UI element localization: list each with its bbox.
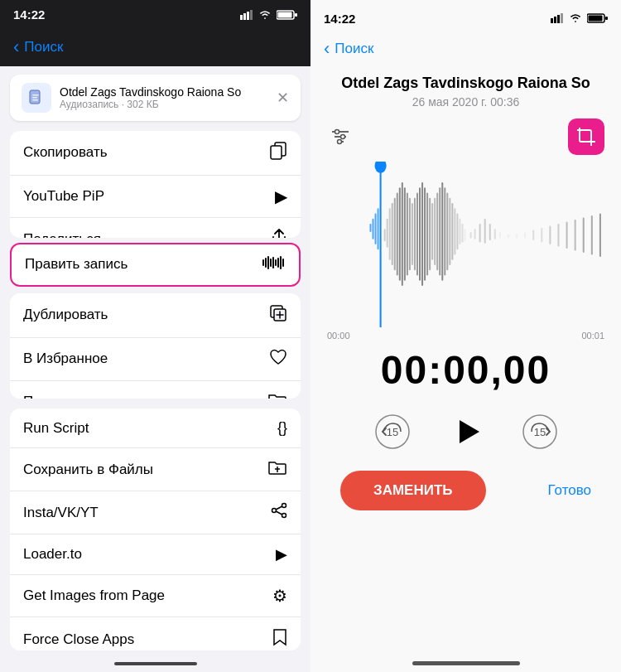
braces-icon: {} <box>277 419 287 437</box>
home-indicator-right <box>412 661 520 665</box>
svg-point-44 <box>341 135 345 139</box>
forward-15-button[interactable]: 15 <box>522 413 558 450</box>
svg-rect-85 <box>454 208 455 254</box>
svg-rect-70 <box>416 193 418 276</box>
favorites-label: В Избранное <box>23 351 108 367</box>
svg-rect-35 <box>557 15 560 23</box>
menu-item-loader[interactable]: Loader.to ▶ <box>10 534 301 575</box>
right-signal-icon <box>551 13 564 23</box>
svg-rect-63 <box>399 187 401 281</box>
svg-rect-76 <box>431 203 433 260</box>
rewind-15-button[interactable]: 15 <box>374 413 411 450</box>
bookmark-icon <box>272 628 287 650</box>
svg-rect-19 <box>277 258 279 268</box>
svg-rect-79 <box>439 187 440 275</box>
menu-item-insta-vk-yt[interactable]: Insta/VK/YT <box>10 491 301 534</box>
get-images-label: Get Images from Page <box>23 587 165 604</box>
right-content: Otdel Zags Tavdinskogo Raiona So 26 мая … <box>310 68 621 655</box>
svg-rect-90 <box>470 232 472 239</box>
save-files-label: Сохранить в Файлы <box>23 462 153 478</box>
svg-point-56 <box>375 162 387 173</box>
force-close-label: Force Close Apps <box>23 631 134 648</box>
file-card: Otdel Zags Tavdinskogo Raiona So Аудиоза… <box>10 75 301 121</box>
svg-rect-62 <box>397 193 398 276</box>
svg-rect-96 <box>499 232 501 239</box>
share2-icon <box>271 502 287 523</box>
right-wifi-icon <box>569 13 582 23</box>
action-row: ЗАМЕНИТЬ Готово <box>324 471 608 510</box>
file-card-left: Otdel Zags Tavdinskogo Raiona So Аудиоза… <box>22 83 241 113</box>
svg-point-43 <box>335 130 339 134</box>
svg-rect-9 <box>32 97 37 99</box>
left-search-bar[interactable]: ‹ Поиск <box>0 30 310 66</box>
left-panel: 14:22 ‹ Поиск <box>0 0 310 672</box>
gear-icon: ⚙ <box>272 586 287 606</box>
svg-rect-68 <box>412 203 413 265</box>
duplicate-label: Дублировать <box>23 307 108 323</box>
waveform-toolbar <box>324 118 608 155</box>
youtube-pip-label: YouTube PiP <box>23 188 104 205</box>
menu-item-youtube-pip[interactable]: YouTube PiP ▶ <box>10 176 301 218</box>
menu-item-save-files[interactable]: Сохранить в Файлы <box>10 448 301 491</box>
recording-title: Otdel Zags Tavdinskogo Raiona So <box>341 75 590 92</box>
crop-button[interactable] <box>568 118 604 155</box>
play-button[interactable] <box>444 409 489 454</box>
svg-rect-57 <box>384 229 386 241</box>
audio-file-icon <box>28 89 45 106</box>
menu-item-duplicate[interactable]: Дублировать <box>10 293 301 338</box>
left-status-icons <box>240 10 297 20</box>
svg-rect-97 <box>508 234 509 239</box>
menu-item-run-script[interactable]: Run Script {} <box>10 409 301 448</box>
svg-rect-101 <box>541 228 542 243</box>
svg-rect-64 <box>402 182 403 286</box>
time-label-end: 00:01 <box>581 331 604 341</box>
save-folder-icon <box>267 459 287 480</box>
svg-rect-75 <box>429 198 431 271</box>
waveform-svg <box>324 162 608 327</box>
svg-rect-52 <box>373 219 374 239</box>
svg-rect-21 <box>282 259 284 267</box>
waveform-area <box>324 162 608 327</box>
battery-icon <box>277 10 297 20</box>
svg-rect-33 <box>551 18 553 23</box>
svg-rect-39 <box>605 17 608 20</box>
loader-play-icon: ▶ <box>276 545 287 563</box>
svg-rect-38 <box>589 16 603 22</box>
time-labels: 00:00 00:01 <box>324 331 608 341</box>
right-status-icons <box>551 13 608 23</box>
svg-rect-87 <box>459 219 460 244</box>
svg-rect-0 <box>240 15 243 20</box>
right-search-label: Поиск <box>335 41 373 57</box>
svg-rect-92 <box>479 224 481 243</box>
svg-rect-65 <box>404 187 406 281</box>
copy-icon <box>269 142 287 164</box>
done-button[interactable]: Готово <box>548 482 592 499</box>
replace-button[interactable]: ЗАМЕНИТЬ <box>340 471 486 510</box>
svg-rect-108 <box>599 214 601 258</box>
menu-item-share[interactable]: Поделиться <box>10 218 301 238</box>
waveform-icon <box>262 255 286 274</box>
menu-item-move-folder[interactable]: Переместить в папку <box>10 381 301 399</box>
svg-rect-58 <box>387 219 388 248</box>
svg-line-32 <box>276 511 282 515</box>
close-button[interactable]: ✕ <box>277 89 289 107</box>
svg-rect-81 <box>444 187 445 275</box>
menu-item-edit-recording[interactable]: Править запись <box>10 243 301 287</box>
svg-rect-2 <box>247 12 249 20</box>
svg-rect-15 <box>267 256 269 269</box>
menu-item-get-images[interactable]: Get Images from Page ⚙ <box>10 575 301 617</box>
edit-recording-row[interactable]: Править запись <box>12 244 299 285</box>
svg-rect-94 <box>489 224 491 240</box>
menu-item-favorites[interactable]: В Избранное <box>10 338 301 381</box>
svg-rect-34 <box>554 17 556 23</box>
right-panel: 14:22 ‹ Поиск Otdel <box>310 0 621 672</box>
right-search-bar[interactable]: ‹ Поиск <box>310 36 621 68</box>
svg-rect-82 <box>446 193 448 271</box>
filter-icon[interactable] <box>327 123 354 150</box>
insta-vk-yt-label: Insta/VK/YT <box>23 505 99 521</box>
svg-point-28 <box>282 504 286 508</box>
svg-rect-36 <box>561 13 563 23</box>
menu-item-copy[interactable]: Скопировать <box>10 131 301 176</box>
svg-rect-60 <box>392 203 393 265</box>
menu-item-force-close[interactable]: Force Close Apps <box>10 617 301 650</box>
